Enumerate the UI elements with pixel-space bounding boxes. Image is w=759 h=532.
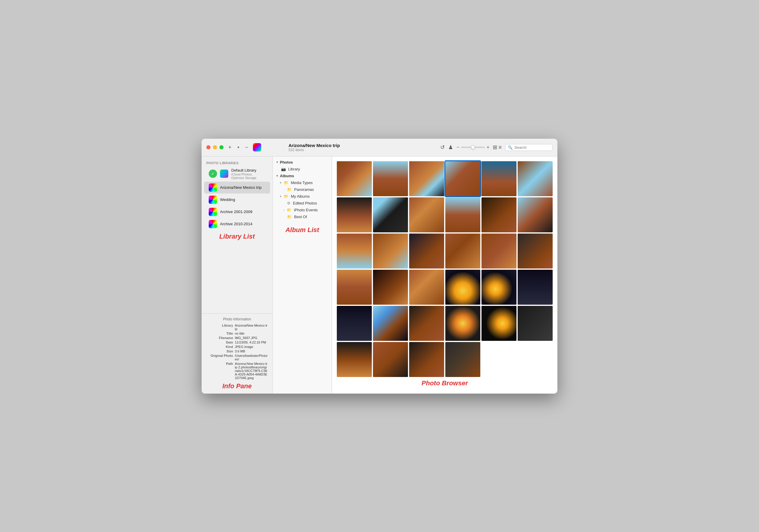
photo-cell-33[interactable] — [409, 342, 444, 377]
photo-cell-30[interactable] — [518, 306, 553, 341]
album-group-albums[interactable]: ▾ Albums — [273, 172, 332, 179]
photo-browser: Photo Browser — [332, 157, 557, 394]
photo-cell-13[interactable] — [337, 234, 372, 269]
check-icon: ✓ — [209, 170, 217, 178]
close-button[interactable] — [206, 145, 211, 149]
library-item-wedding[interactable]: Wedding — [204, 194, 270, 206]
list-view-button[interactable]: ≡ — [499, 144, 502, 151]
photo-cell-16[interactable] — [445, 234, 480, 269]
title-actions: ↺ ♟ − + ⊞ ≡ 🔍 — [440, 144, 553, 151]
library-sub-default: iCloud Photos, Optimize Storage — [231, 172, 265, 180]
photo-thumbnail-2 — [373, 161, 408, 196]
album-item-my-albums-label: My Albums — [291, 194, 310, 199]
album-item-panoramas[interactable]: 📁 Panoramas — [273, 186, 332, 193]
library-name-wedding: Wedding — [220, 197, 235, 202]
photo-cell-19[interactable] — [337, 270, 372, 305]
album-item-iphoto-events[interactable]: › 📁 iPhoto Events — [273, 207, 332, 213]
search-input[interactable] — [514, 145, 550, 150]
photo-cell-18[interactable] — [518, 234, 553, 269]
album-item-media-types[interactable]: ▾ 📁 Media Types — [273, 179, 332, 186]
photo-cell-14[interactable] — [373, 234, 408, 269]
library-name-arizona: Arizona/New Mexico trip — [220, 185, 261, 190]
minus-button[interactable]: − — [244, 144, 250, 151]
photo-cell-4[interactable] — [445, 161, 480, 196]
photo-cell-11[interactable] — [482, 197, 516, 232]
photo-cell-26[interactable] — [373, 306, 408, 341]
album-item-iphoto-events-label: iPhoto Events — [294, 208, 318, 212]
library-item-arizona[interactable]: Arizona/New Mexico trip — [204, 182, 270, 194]
album-item-best-of[interactable]: 📁 Best Of — [273, 213, 332, 220]
album-item-library[interactable]: 📷 Library — [273, 166, 332, 172]
folder-icon-best: 📁 — [287, 214, 292, 219]
search-bar[interactable]: 🔍 — [505, 144, 553, 151]
photo-thumbnail-31 — [337, 342, 372, 377]
photo-thumbnail-11 — [482, 197, 516, 232]
album-group-photos[interactable]: ▾ Photos — [273, 159, 332, 166]
library-item-default[interactable]: ✓ Default Library iCloud Photos, Optimiz… — [204, 166, 270, 181]
photo-cell-27[interactable] — [409, 306, 444, 341]
person-icon[interactable]: ♟ — [448, 144, 453, 151]
zoom-minus-icon[interactable]: − — [457, 145, 459, 150]
main-area: Photo Libraries ✓ Default Library iCloud… — [202, 157, 557, 394]
photo-cell-8[interactable] — [373, 197, 408, 232]
library-item-archive1[interactable]: Archive 2001-2009 — [204, 206, 270, 218]
library-text-archive1: Archive 2001-2009 — [220, 209, 252, 214]
library-item-archive2[interactable]: Archive 2010-2014 — [204, 218, 270, 230]
photo-cell-17[interactable] — [482, 234, 516, 269]
photo-thumbnail-21 — [409, 270, 444, 305]
maximize-button[interactable] — [220, 145, 223, 149]
app-window: + ▾ − Arizona/New Mexico trip 532 items … — [202, 139, 557, 394]
photo-cell-21[interactable] — [409, 270, 444, 305]
folder-icon-panoramas: 📁 — [287, 187, 292, 192]
photo-thumbnail-3 — [409, 161, 444, 196]
rotate-icon[interactable]: ↺ — [440, 144, 445, 151]
photo-cell-23[interactable] — [482, 270, 516, 305]
chevron-down-icon[interactable]: ▾ — [236, 145, 240, 150]
info-label-date: Date — [206, 341, 233, 344]
photo-grid — [337, 161, 553, 377]
photo-thumbnail-32 — [373, 342, 408, 377]
photo-cell-31[interactable] — [337, 342, 372, 377]
zoom-slider[interactable] — [461, 147, 485, 148]
photo-cell-6[interactable] — [518, 161, 553, 196]
photo-thumbnail-26 — [373, 306, 408, 341]
zoom-plus-icon[interactable]: + — [487, 145, 489, 150]
library-name-archive1: Archive 2001-2009 — [220, 209, 252, 214]
traffic-lights — [206, 145, 223, 149]
photo-thumbnail-16 — [445, 234, 480, 269]
library-text-default: Default Library iCloud Photos, Optimize … — [231, 168, 265, 180]
album-item-edited-photos[interactable]: ⚙ Edited Photos — [273, 200, 332, 207]
photo-cell-25[interactable] — [337, 306, 372, 341]
photo-cell-24[interactable] — [518, 270, 553, 305]
photo-cell-29[interactable] — [482, 306, 516, 341]
photo-cell-32[interactable] — [373, 342, 408, 377]
library-sidebar: Photo Libraries ✓ Default Library iCloud… — [202, 157, 273, 394]
photo-cell-15[interactable] — [409, 234, 444, 269]
minimize-button[interactable] — [213, 145, 217, 149]
photo-cell-1[interactable] — [337, 161, 372, 196]
info-pane-annotation: Info Pane — [206, 381, 268, 390]
photo-thumbnail-9 — [409, 197, 444, 232]
info-label-library: Library — [206, 323, 233, 331]
photo-cell-2[interactable] — [373, 161, 408, 196]
photo-cell-22[interactable] — [445, 270, 480, 305]
photo-cell-34[interactable] — [445, 342, 480, 377]
photo-thumbnail-15 — [409, 234, 444, 269]
info-label-original: Original Photo — [206, 354, 233, 361]
library-icon-archive1 — [209, 208, 217, 216]
photo-cell-20[interactable] — [373, 270, 408, 305]
photo-cell-10[interactable] — [445, 197, 480, 232]
photo-cell-7[interactable] — [337, 197, 372, 232]
info-row-size: Size 3.6 MB — [206, 349, 268, 353]
info-value-size: 3.6 MB — [235, 349, 245, 353]
add-button[interactable]: + — [227, 144, 233, 151]
photo-cell-12[interactable] — [518, 197, 553, 232]
photo-cell-5[interactable] — [482, 161, 516, 196]
album-item-media-types-label: Media Types — [291, 180, 312, 185]
photo-cell-9[interactable] — [409, 197, 444, 232]
grid-view-button[interactable]: ⊞ — [493, 144, 497, 151]
photo-cell-28[interactable] — [445, 306, 480, 341]
album-item-my-albums[interactable]: ▾ 📁 My Albums — [273, 193, 332, 200]
photo-cell-3[interactable] — [409, 161, 444, 196]
album-section: ▾ Photos 📷 Library ▾ Albums ▾ 📁 Media Ty… — [273, 157, 332, 394]
